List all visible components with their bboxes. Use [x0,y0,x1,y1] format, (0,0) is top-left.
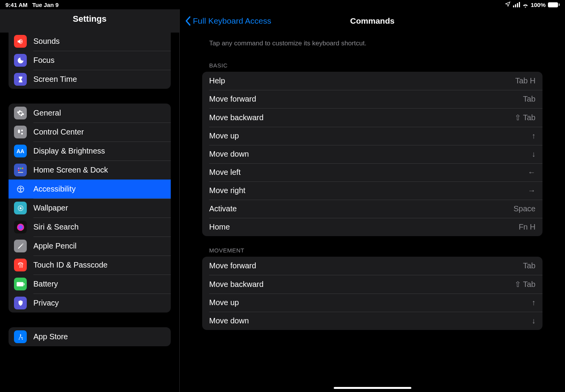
command-label: Home [209,223,230,231]
command-shortcut: ↑ [532,298,536,307]
home-indicator[interactable] [334,387,411,389]
sidebar-item-label: Wallpaper [33,204,165,212]
command-label: Move right [209,186,245,195]
command-row[interactable]: Move forwardTab [202,90,542,108]
home-screen-icon [14,164,27,176]
command-label: Move down [209,150,249,159]
section-title-basic: BASIC [202,51,542,72]
command-label: Move up [209,298,239,307]
sidebar-item-label: Display & Brightness [33,147,165,155]
settings-sidebar: Settings Sounds Focus [0,9,180,392]
sidebar-item-label: Control Center [33,128,165,136]
command-row[interactable]: Move right→ [202,181,542,200]
command-row[interactable]: Move down↓ [202,312,542,330]
detail-pane: Full Keyboard Access Commands Tap any co… [180,9,565,392]
sidebar-item-label: Focus [33,56,165,65]
sidebar-item-label: App Store [33,332,165,341]
gear-icon [14,107,27,119]
sidebar-item-app-store[interactable]: App Store [9,327,171,346]
pencil-icon [14,240,27,252]
command-shortcut: Space [513,204,536,213]
command-shortcut: → [528,186,536,195]
command-shortcut: ↑ [532,131,536,140]
sidebar-item-control-center[interactable]: Control Center [9,123,171,142]
display-icon: AA [14,145,27,157]
command-shortcut: Tab H [515,76,536,85]
battery-settings-icon [14,278,27,290]
svg-point-2 [21,133,23,135]
sidebar-item-touchid-passcode[interactable]: Touch ID & Passcode [9,256,171,275]
sidebar-item-privacy[interactable]: Privacy [9,294,171,313]
sidebar-item-label: Accessibility [33,185,165,193]
sidebar-item-siri-search[interactable]: Siri & Search [9,218,171,237]
sidebar-item-focus[interactable]: Focus [9,51,171,70]
command-shortcut: ⇧ Tab [515,113,536,122]
sidebar-item-label: Screen Time [33,75,165,84]
svg-point-1 [21,130,23,131]
sidebar-item-apple-pencil[interactable]: Apple Pencil [9,237,171,256]
command-shortcut: Fn H [519,223,536,231]
sidebar-item-label: Siri & Search [33,223,165,231]
back-label: Full Keyboard Access [193,16,271,26]
wifi-icon [522,2,529,7]
cellular-icon [513,2,520,7]
command-row[interactable]: Move left← [202,163,542,181]
battery-percent: 100% [531,2,546,8]
accessibility-icon [14,183,27,195]
back-button[interactable]: Full Keyboard Access [180,16,271,26]
command-row[interactable]: Move up↑ [202,127,542,145]
sidebar-item-display-brightness[interactable]: AA Display & Brightness [9,142,171,161]
command-row[interactable]: Move up↑ [202,294,542,312]
command-shortcut: ↓ [532,316,536,325]
command-row[interactable]: Move backward⇧ Tab [202,275,542,294]
command-row[interactable]: Move forwardTab [202,257,542,275]
svg-point-10 [19,207,21,209]
svg-rect-13 [24,283,24,285]
sidebar-item-sounds[interactable]: Sounds [9,32,171,51]
sidebar-item-accessibility[interactable]: Accessibility [9,180,171,199]
privacy-icon [14,297,27,309]
hint-text: Tap any command to customize its keyboar… [202,33,542,51]
command-row[interactable]: HomeFn H [202,218,542,236]
status-date: Tue Jan 9 [32,2,59,8]
chevron-left-icon [184,16,191,26]
sidebar-group-2: App Store [9,327,171,346]
app-store-icon [14,330,27,343]
sidebar-group-0: Sounds Focus Screen Time [9,30,171,89]
command-label: Move up [209,131,239,140]
svg-rect-12 [16,282,23,286]
command-row[interactable]: HelpTab H [202,72,542,90]
sidebar-item-battery[interactable]: Battery [9,275,171,294]
command-row[interactable]: Move down↓ [202,145,542,163]
sidebar-item-label: Home Screen & Dock [33,166,165,174]
command-label: Help [209,76,225,85]
siri-icon [14,221,27,233]
command-label: Move backward [209,280,263,289]
sounds-icon [14,35,27,48]
svg-rect-7 [18,172,23,173]
sidebar-item-label: General [33,109,165,117]
svg-point-11 [17,223,24,230]
sidebar-item-home-screen-dock[interactable]: Home Screen & Dock [9,161,171,180]
movement-table: Move forwardTab Move backward⇧ Tab Move … [202,257,542,330]
sidebar-title: Settings [0,9,179,31]
svg-rect-4 [20,168,21,169]
location-icon [505,1,511,8]
command-label: Move forward [209,95,256,104]
command-label: Move left [209,168,241,177]
svg-rect-0 [18,130,20,133]
command-shortcut: Tab [523,261,536,270]
sidebar-item-label: Apple Pencil [33,242,165,250]
command-shortcut: ↓ [532,150,536,159]
svg-rect-3 [18,168,19,169]
sidebar-item-wallpaper[interactable]: Wallpaper [9,199,171,218]
command-label: Move down [209,316,249,325]
sidebar-item-general[interactable]: General [9,104,171,123]
sidebar-item-label: Privacy [33,299,165,307]
sidebar-item-screen-time[interactable]: Screen Time [9,70,171,89]
nav-bar: Full Keyboard Access Commands [180,9,565,33]
command-shortcut: ⇧ Tab [515,280,536,289]
command-row[interactable]: ActivateSpace [202,200,542,218]
command-shortcut: Tab [523,95,536,104]
command-row[interactable]: Move backward⇧ Tab [202,108,542,127]
